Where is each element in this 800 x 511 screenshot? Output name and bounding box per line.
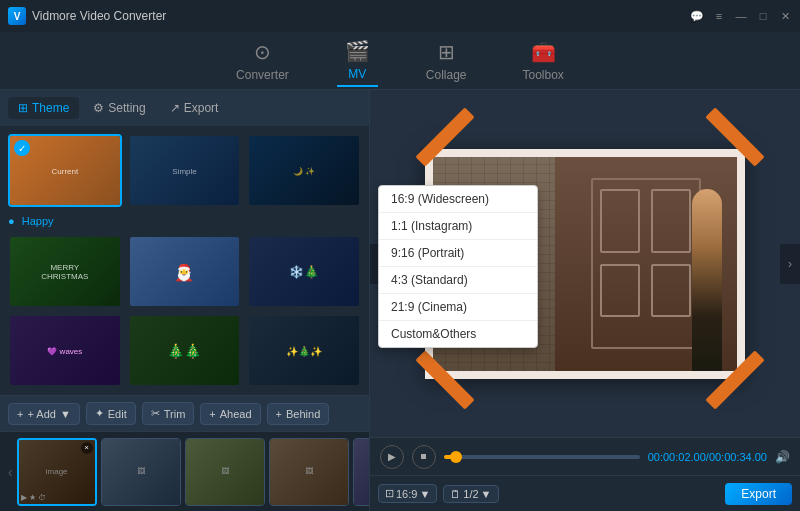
edit-btn[interactable]: ✦ Edit: [86, 402, 136, 425]
photo-right-slot: [555, 157, 737, 371]
add-dropdown-icon: ▼: [60, 408, 71, 420]
nav-tab-mv[interactable]: 🎬 MV: [337, 35, 378, 87]
trim-label: Trim: [164, 408, 186, 420]
door-panel-tl: [600, 189, 640, 253]
page-icon: 🗒: [450, 488, 461, 500]
titlebar-close-btn[interactable]: ✕: [778, 9, 792, 23]
filmstrip-close-0[interactable]: ×: [81, 442, 93, 454]
nav-tab-converter-label: Converter: [236, 68, 289, 82]
dropdown-item-portrait[interactable]: 9:16 (Portrait): [379, 240, 537, 267]
titlebar-controls: 💬 ≡ — □ ✕: [690, 9, 792, 23]
nav-tab-toolbox[interactable]: 🧰 Toolbox: [515, 36, 572, 86]
filmstrip-item-1[interactable]: 🖼: [101, 438, 181, 506]
ahead-icon: +: [209, 408, 215, 420]
filmstrip-item-3[interactable]: 🖼: [269, 438, 349, 506]
filmstrip-item-2[interactable]: 🖼: [185, 438, 265, 506]
action-bar: ⊡ 16:9 ▼ 🗒 1/2 ▼ Export: [370, 475, 800, 511]
stop-button[interactable]: ⏹: [412, 445, 436, 469]
theme-tab-icon: ⊞: [18, 101, 28, 115]
time-current: 00:00:02.00: [648, 451, 706, 463]
theme-item-simple[interactable]: Simple Simple: [128, 134, 242, 207]
ratio-dropdown-menu: 16:9 (Widescreen) 1:1 (Instagram) 9:16 (…: [378, 185, 538, 348]
theme-item-santa-claus[interactable]: 🎅 Santa Claus: [128, 235, 242, 308]
export-tab-icon: ↗: [170, 101, 180, 115]
edit-label: Edit: [108, 408, 127, 420]
collage-icon: ⊞: [438, 40, 455, 64]
filmstrip-item-0[interactable]: image × ▶ ★ ⏱: [17, 438, 97, 506]
theme-item-merry-christmas[interactable]: MERRYCHRISTMAS Merry Christmas: [8, 235, 122, 308]
titlebar-message-btn[interactable]: 💬: [690, 9, 704, 23]
panel-tab-setting[interactable]: ⚙ Setting: [83, 97, 155, 119]
theme-label-merry-christmas: Merry Christmas: [10, 307, 120, 308]
titlebar-maximize-btn[interactable]: □: [756, 9, 770, 23]
behind-label: Behind: [286, 408, 320, 420]
play-small-icon[interactable]: ▶: [21, 493, 27, 502]
clock-small-icon[interactable]: ⏱: [38, 493, 46, 502]
volume-icon[interactable]: 🔊: [775, 450, 790, 464]
trim-btn[interactable]: ✂ Trim: [142, 402, 195, 425]
nav-tab-collage[interactable]: ⊞ Collage: [418, 36, 475, 86]
person-silhouette: [692, 189, 722, 371]
door-panel-bl: [600, 264, 640, 318]
selected-badge: ✓: [14, 140, 30, 156]
time-display: 00:00:02.00/00:00:34.00: [648, 451, 767, 463]
behind-icon: +: [276, 408, 282, 420]
ratio-label: 16:9: [396, 488, 417, 500]
theme-label-beautiful-christmas: Beautiful Christmas: [249, 386, 359, 387]
nav-tab-converter[interactable]: ⊙ Converter: [228, 36, 297, 86]
preview-nav-right[interactable]: ›: [780, 244, 800, 284]
theme-grid: Current ✓ Current Simple Simple 🌙 ✨ Chri…: [0, 126, 369, 395]
dropdown-item-instagram[interactable]: 1:1 (Instagram): [379, 213, 537, 240]
panel-tabs: ⊞ Theme ⚙ Setting ↗ Export: [0, 90, 369, 126]
behind-btn[interactable]: + Behind: [267, 403, 330, 425]
theme-item-christmas-eve[interactable]: 🌙 ✨ Christmas Eve: [247, 134, 361, 207]
theme-item-beautiful-christmas[interactable]: ✨🎄✨ Beautiful Christmas: [247, 314, 361, 387]
theme-label-christmas-tree: Christmas Tree: [130, 386, 240, 387]
toolbox-icon: 🧰: [531, 40, 556, 64]
theme-item-christmas-tree[interactable]: 🎄🎄 Christmas Tree: [128, 314, 242, 387]
progress-thumb[interactable]: [450, 451, 462, 463]
dropdown-item-custom[interactable]: Custom&Others: [379, 321, 537, 347]
dropdown-item-widescreen[interactable]: 16:9 (Widescreen): [379, 186, 537, 213]
setting-tab-label: Setting: [108, 101, 145, 115]
left-panel: ⊞ Theme ⚙ Setting ↗ Export Current ✓ Cur…: [0, 90, 370, 511]
ratio-select[interactable]: ⊡ 16:9 ▼: [378, 484, 437, 503]
play-button[interactable]: ▶: [380, 445, 404, 469]
theme-item-snowy-night[interactable]: ❄️🎄 Snowy Night: [247, 235, 361, 308]
theme-label-simple: Simple: [130, 206, 240, 207]
dropdown-item-cinema[interactable]: 21:9 (Cinema): [379, 294, 537, 321]
ahead-btn[interactable]: + Ahead: [200, 403, 260, 425]
progress-container: [444, 455, 640, 459]
converter-icon: ⊙: [254, 40, 271, 64]
titlebar-left: V Vidmore Video Converter: [8, 7, 166, 25]
page-indicator[interactable]: 🗒 1/2 ▼: [443, 485, 498, 503]
theme-label-christmas-eve: Christmas Eve: [249, 206, 359, 207]
filmstrip-item-4[interactable]: 🖼: [353, 438, 369, 506]
export-button[interactable]: Export: [725, 483, 792, 505]
add-btn[interactable]: + + Add ▼: [8, 403, 80, 425]
panel-tab-export[interactable]: ↗ Export: [160, 97, 229, 119]
nav-tab-mv-label: MV: [348, 67, 366, 81]
filmstrip-prev[interactable]: ‹: [8, 464, 13, 480]
theme-label-santa-claus: Santa Claus: [130, 307, 240, 308]
star-small-icon[interactable]: ★: [29, 493, 36, 502]
mv-icon: 🎬: [345, 39, 370, 63]
page-dropdown-icon: ▼: [481, 488, 492, 500]
page-label: 1/2: [463, 488, 478, 500]
titlebar-menu-btn[interactable]: ≡: [712, 9, 726, 23]
panel-tab-theme[interactable]: ⊞ Theme: [8, 97, 79, 119]
dropdown-item-standard[interactable]: 4:3 (Standard): [379, 267, 537, 294]
nav-tab-toolbox-label: Toolbox: [523, 68, 564, 82]
filmstrip-item-controls-0: ▶ ★ ⏱: [21, 493, 46, 502]
theme-label-stripes-waves: Stripes & Waves: [10, 386, 120, 387]
ahead-label: Ahead: [220, 408, 252, 420]
main-nav: ⊙ Converter 🎬 MV ⊞ Collage 🧰 Toolbox: [0, 32, 800, 90]
titlebar-minimize-btn[interactable]: —: [734, 9, 748, 23]
edit-icon: ✦: [95, 407, 104, 420]
theme-item-current[interactable]: Current ✓ Current: [8, 134, 122, 207]
theme-label-current: Current: [10, 206, 120, 207]
titlebar: V Vidmore Video Converter 💬 ≡ — □ ✕: [0, 0, 800, 32]
theme-item-stripes-waves[interactable]: 💜 waves Stripes & Waves: [8, 314, 122, 387]
progress-track[interactable]: [444, 455, 640, 459]
door-panel-tr: [651, 189, 691, 253]
